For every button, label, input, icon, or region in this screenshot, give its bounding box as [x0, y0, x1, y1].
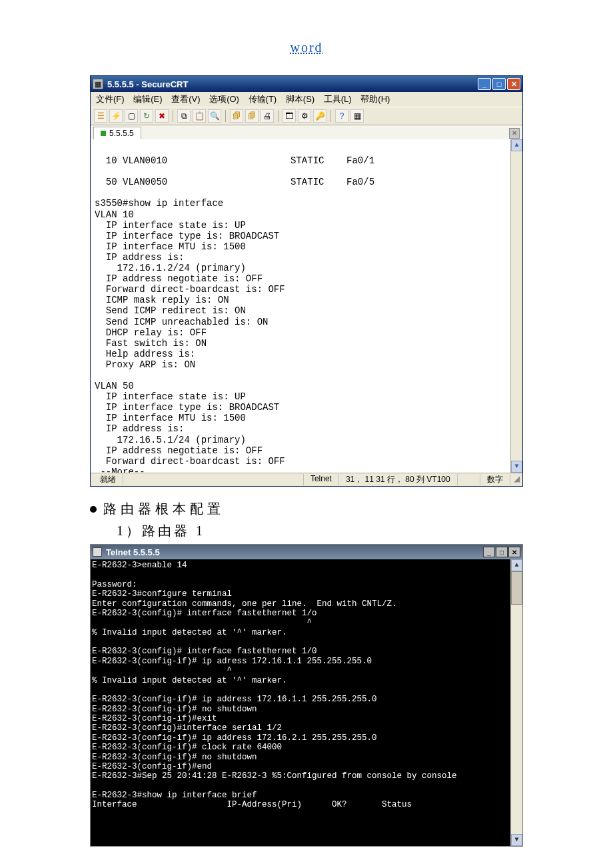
status-position: 31， 11 31 行， 80 列 VT100	[339, 474, 458, 485]
toolbar-separator	[330, 110, 331, 122]
menu-script[interactable]: 脚本(S)	[286, 94, 314, 104]
terminal-text: E-R2632-3>enable 14 Password: E-R2632-3#…	[92, 561, 457, 809]
toolbar-print-icon[interactable]: 🗐	[230, 109, 243, 123]
tab-label: 5.5.5.5	[109, 129, 134, 138]
scrollbar[interactable]: ▲▼	[510, 139, 522, 473]
scroll-thumb[interactable]	[511, 571, 522, 605]
toolbar-properties-icon[interactable]: 🗔	[283, 109, 296, 123]
minimize-button[interactable]: _	[478, 78, 491, 90]
app-icon	[93, 547, 102, 557]
toolbar-reconnect-icon[interactable]: ↻	[140, 109, 153, 123]
menubar: 文件(F) 编辑(E) 查看(V) 选项(O) 传输(T) 脚本(S) 工具(L…	[91, 92, 522, 107]
menu-tools[interactable]: 工具(L)	[324, 94, 352, 104]
status-blank	[458, 474, 480, 485]
toolbar: ☰ ⚡ ▢ ↻ ✖ ⧉ 📋 🔍 🗐 🗐 🖨 🗔 ⚙ 🔑 ? ▦	[91, 107, 522, 125]
window-title: Telnet 5.5.5.5	[106, 547, 160, 557]
menu-options[interactable]: 选项(O)	[209, 94, 239, 104]
toolbar-newtab-icon[interactable]: ▢	[125, 109, 138, 123]
resize-grip-icon[interactable]: ◢	[510, 474, 520, 485]
terminal-output[interactable]: E-R2632-3>enable 14 Password: E-R2632-3#…	[91, 559, 522, 846]
bullet-heading: 路由器根本配置	[90, 500, 613, 518]
menu-edit[interactable]: 编辑(E)	[133, 94, 162, 104]
toolbar-find-icon[interactable]: 🔍	[208, 109, 221, 123]
menu-view[interactable]: 查看(V)	[171, 94, 200, 104]
close-button[interactable]: ✕	[507, 78, 520, 90]
titlebar: ▦ 5.5.5.5 - SecureCRT _ □ ✕	[91, 76, 522, 92]
telnet-window: Telnet 5.5.5.5 _ □ ✕ E-R2632-3>enable 14…	[90, 544, 523, 847]
terminal-output[interactable]: 10 VLAN0010 STATIC Fa0/1 50 VLAN0050 STA…	[91, 139, 522, 473]
menu-transfer[interactable]: 传输(T)	[249, 94, 277, 104]
status-dot-icon	[101, 131, 106, 136]
page-header: word	[0, 40, 613, 55]
toolbar-separator	[225, 110, 226, 122]
toolbar-quickconnect-icon[interactable]: ⚡	[109, 109, 123, 123]
titlebar: Telnet 5.5.5.5 _ □ ✕	[91, 545, 522, 559]
maximize-button[interactable]: □	[492, 78, 506, 90]
toolbar-paste-icon[interactable]: 📋	[193, 109, 206, 123]
toolbar-printscreen-icon[interactable]: 🗐	[245, 109, 259, 123]
menu-file[interactable]: 文件(F)	[96, 94, 125, 104]
toolbar-about-icon[interactable]: ▦	[350, 109, 364, 123]
scrollbar[interactable]: ▲▼	[510, 559, 522, 846]
sub-heading: 1）路由器 1	[117, 522, 613, 540]
tab-close-icon[interactable]: ✕	[509, 128, 520, 139]
tabstrip: 5.5.5.5 ✕	[91, 125, 522, 139]
close-button[interactable]: ✕	[508, 547, 520, 557]
bullet-text: 路由器根本配置	[103, 500, 225, 518]
app-icon: ▦	[93, 79, 103, 89]
menu-help[interactable]: 帮助(H)	[360, 94, 390, 104]
bullet-icon	[90, 506, 97, 513]
status-protocol: Telnet	[304, 474, 339, 485]
toolbar-separator	[278, 110, 279, 122]
toolbar-connect-icon[interactable]: ☰	[94, 109, 107, 123]
minimize-button[interactable]: _	[483, 547, 495, 557]
toolbar-help-icon[interactable]: ?	[335, 109, 348, 123]
status-numlock: 数字	[480, 474, 510, 485]
window-title: 5.5.5.5 - SecureCRT	[107, 79, 188, 89]
maximize-button[interactable]: □	[496, 547, 508, 557]
toolbar-disconnect-icon[interactable]: ✖	[155, 109, 169, 123]
session-tab[interactable]: 5.5.5.5	[93, 127, 141, 139]
toolbar-copy-icon[interactable]: ⧉	[177, 109, 191, 123]
status-ready: 就绪	[93, 474, 123, 485]
scroll-down-icon[interactable]: ▼	[511, 834, 522, 846]
toolbar-separator	[173, 110, 173, 122]
scroll-up-icon[interactable]: ▲	[511, 559, 522, 571]
terminal-text: 10 VLAN0010 STATIC Fa0/1 50 VLAN0050 STA…	[95, 155, 374, 473]
toolbar-settings-icon[interactable]: ⚙	[298, 109, 311, 123]
toolbar-key-icon[interactable]: 🔑	[313, 109, 326, 123]
securecrt-window: ▦ 5.5.5.5 - SecureCRT _ □ ✕ 文件(F) 编辑(E) …	[90, 75, 523, 487]
scroll-down-icon[interactable]: ▼	[511, 461, 522, 473]
scroll-track[interactable]	[511, 605, 522, 834]
scroll-up-icon[interactable]: ▲	[511, 139, 522, 151]
header-link[interactable]: word	[290, 40, 322, 55]
statusbar: 就绪 Telnet 31， 11 31 行， 80 列 VT100 数字 ◢	[91, 473, 522, 486]
toolbar-printer-icon[interactable]: 🖨	[261, 109, 274, 123]
